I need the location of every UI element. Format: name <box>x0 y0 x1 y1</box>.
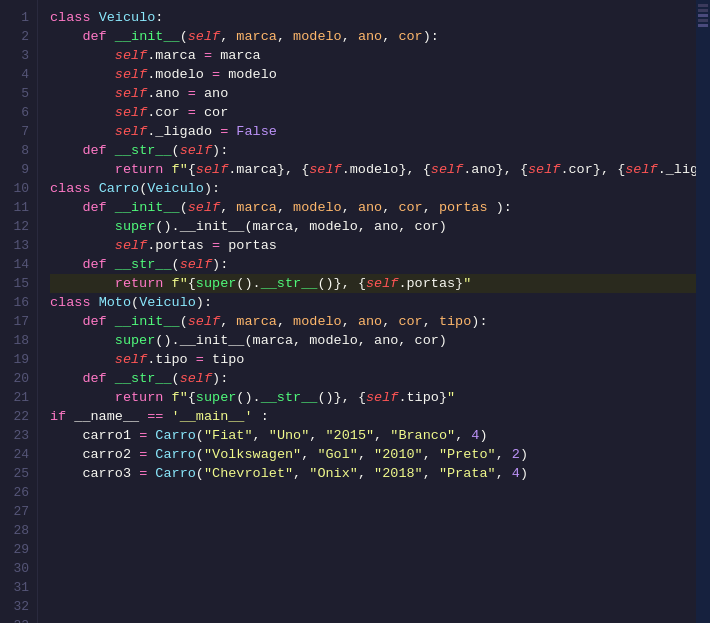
code-line-9: def __str__(self): <box>50 141 696 160</box>
line-num-18: 18 <box>0 331 37 350</box>
line-num-17: 17 <box>0 312 37 331</box>
line-num-4: 4 <box>0 65 37 84</box>
minimap-block-1 <box>698 4 708 7</box>
code-line-30: carro1 = Carro("Fiat", "Uno", "2015", "B… <box>50 426 696 445</box>
line-num-6: 6 <box>0 103 37 122</box>
minimap-block-2 <box>698 9 708 12</box>
minimap-block-3 <box>698 14 708 17</box>
code-line-18: return f"{super().__str__()}, {self.port… <box>50 274 696 293</box>
code-line-23: self.tipo = tipo <box>50 350 696 369</box>
code-line-6: self.cor = cor <box>50 103 696 122</box>
line-num-22: 22 <box>0 407 37 426</box>
line-num-20: 20 <box>0 369 37 388</box>
code-line-7: self._ligado = False <box>50 122 696 141</box>
code-line-21: def __init__(self, marca, modelo, ano, c… <box>50 312 696 331</box>
line-num-30: 30 <box>0 559 37 578</box>
line-num-23: 23 <box>0 426 37 445</box>
line-numbers: 1 2 3 4 5 6 7 8 9 10 11 12 13 14 15 16 1… <box>0 0 38 623</box>
line-num-12: 12 <box>0 217 37 236</box>
line-num-15: 15 <box>0 274 37 293</box>
code-line-17: def __str__(self): <box>50 255 696 274</box>
line-num-5: 5 <box>0 84 37 103</box>
line-num-8: 8 <box>0 141 37 160</box>
code-line-3: self.marca = marca <box>50 46 696 65</box>
minimap-block-5 <box>698 24 708 27</box>
code-line-32: carro3 = Carro("Chevrolet", "Onix", "201… <box>50 464 696 483</box>
code-line-1: class Veiculo: <box>50 8 696 27</box>
line-num-2: 2 <box>0 27 37 46</box>
line-num-25: 25 <box>0 464 37 483</box>
code-line-12: class Carro(Veiculo): <box>50 179 696 198</box>
minimap-panel <box>696 0 710 623</box>
line-num-10: 10 <box>0 179 37 198</box>
code-line-5: self.ano = ano <box>50 84 696 103</box>
code-line-13: def __init__(self, marca, modelo, ano, c… <box>50 198 696 217</box>
line-num-14: 14 <box>0 255 37 274</box>
code-line-2: def __init__(self, marca, modelo, ano, c… <box>50 27 696 46</box>
line-num-21: 21 <box>0 388 37 407</box>
code-line-10: return f"{self.marca}, {self.modelo}, {s… <box>50 160 696 179</box>
line-num-28: 28 <box>0 521 37 540</box>
line-num-33: 33 <box>0 616 37 623</box>
line-num-32: 32 <box>0 597 37 616</box>
line-num-1: 1 <box>0 8 37 27</box>
code-editor: 1 2 3 4 5 6 7 8 9 10 11 12 13 14 15 16 1… <box>0 0 710 623</box>
line-num-19: 19 <box>0 350 37 369</box>
line-num-31: 31 <box>0 578 37 597</box>
code-line-26: return f"{super().__str__()}, {self.tipo… <box>50 388 696 407</box>
line-num-3: 3 <box>0 46 37 65</box>
code-line-14: super().__init__(marca, modelo, ano, cor… <box>50 217 696 236</box>
line-num-29: 29 <box>0 540 37 559</box>
code-line-15: self.portas = portas <box>50 236 696 255</box>
line-num-26: 26 <box>0 483 37 502</box>
line-num-27: 27 <box>0 502 37 521</box>
code-line-20: class Moto(Veiculo): <box>50 293 696 312</box>
line-num-16: 16 <box>0 293 37 312</box>
line-num-11: 11 <box>0 198 37 217</box>
code-line-31: carro2 = Carro("Volkswagen", "Gol", "201… <box>50 445 696 464</box>
code-line-25: def __str__(self): <box>50 369 696 388</box>
line-num-13: 13 <box>0 236 37 255</box>
line-num-7: 7 <box>0 122 37 141</box>
code-line-22: super().__init__(marca, modelo, ano, cor… <box>50 331 696 350</box>
code-content[interactable]: class Veiculo: def __init__(self, marca,… <box>38 0 696 623</box>
code-line-29: if __name__ == '__main__' : <box>50 407 696 426</box>
code-line-4: self.modelo = modelo <box>50 65 696 84</box>
line-num-24: 24 <box>0 445 37 464</box>
line-num-9: 9 <box>0 160 37 179</box>
minimap-block-4 <box>698 19 708 22</box>
